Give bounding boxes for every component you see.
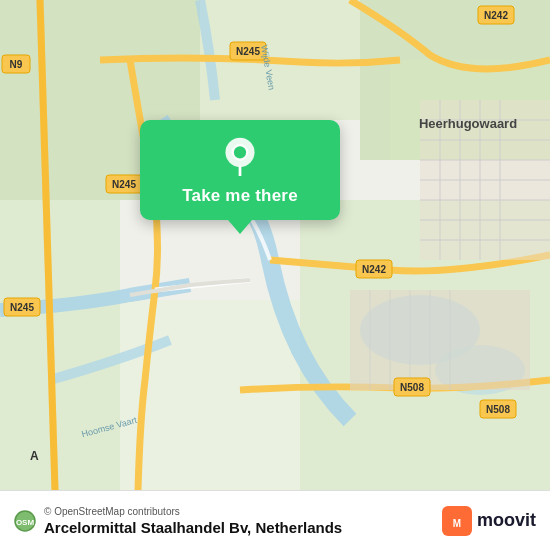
svg-text:M: M (453, 518, 461, 529)
svg-text:Heerhugowaard: Heerhugowaard (419, 116, 517, 131)
svg-text:N245: N245 (10, 302, 34, 313)
bottom-bar: OSM © OpenStreetMap contributors Arcelor… (0, 490, 550, 550)
location-pin-icon (220, 136, 260, 176)
popup-label: Take me there (182, 186, 298, 206)
svg-text:N508: N508 (400, 382, 424, 393)
svg-text:OSM: OSM (16, 518, 35, 527)
moovit-icon: M (442, 506, 472, 536)
svg-point-49 (233, 145, 248, 160)
svg-text:N245: N245 (112, 179, 136, 190)
svg-rect-5 (0, 200, 120, 490)
attribution-text: © OpenStreetMap contributors (44, 506, 442, 517)
svg-text:N242: N242 (362, 264, 386, 275)
svg-rect-22 (350, 290, 530, 390)
map-container: N9 N245 N242 N245 N245 N242 N508 N508 He… (0, 0, 550, 490)
svg-text:N242: N242 (484, 10, 508, 21)
location-name: Arcelormittal Staalhandel Bv, Netherland… (44, 519, 442, 536)
svg-text:N508: N508 (486, 404, 510, 415)
svg-text:N9: N9 (10, 59, 23, 70)
svg-text:N245: N245 (236, 46, 260, 57)
bottom-info: © OpenStreetMap contributors Arcelormitt… (44, 506, 442, 536)
osm-logo-icon: OSM (14, 510, 36, 532)
svg-text:A: A (30, 449, 39, 463)
moovit-logo: M moovit (442, 506, 536, 536)
popup-card[interactable]: Take me there (140, 120, 340, 220)
map-svg: N9 N245 N242 N245 N245 N242 N508 N508 He… (0, 0, 550, 490)
moovit-text: moovit (477, 510, 536, 531)
